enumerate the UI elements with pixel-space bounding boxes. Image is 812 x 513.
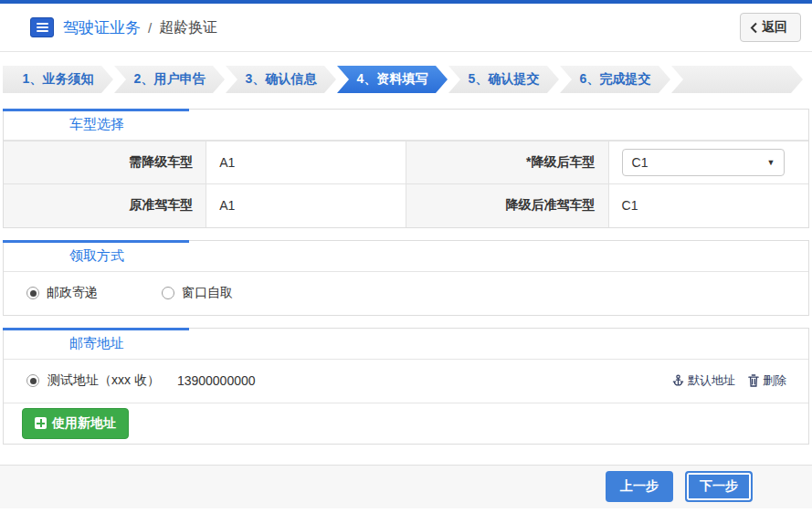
table-row: 需降级车型 A1 *降级后车型 C1 ▼ [4,141,808,184]
downgraded-permit-value: C1 [608,184,808,227]
vehicle-type-section-header: 车型选择 [4,110,808,141]
downgrade-target-select[interactable]: C1 ▼ [622,149,785,176]
breadcrumb-separator: / [148,20,152,36]
table-row: 原准驾车型 A1 降级后准驾车型 C1 [4,184,808,227]
previous-step-button[interactable]: 上一步 [606,471,673,502]
step-3-confirm-info[interactable]: 3、确认信息 [226,66,336,93]
radio-postal-delivery[interactable] [26,287,39,299]
select-selected-value: C1 [632,155,767,170]
downgrade-source-label: 需降级车型 [4,141,206,184]
delete-address-link[interactable]: 删除 [748,372,786,389]
page: 驾驶证业务 / 超龄换证 返回 1、业务须知 2、用户申告 3、确认信息 4、资… [0,0,812,513]
pickup-method-section-header: 领取方式 [4,241,808,272]
chevron-left-icon [750,22,758,34]
radio-window-pickup-label[interactable]: 窗口自取 [182,285,233,301]
footer-action-bar: 上一步 下一步 [0,465,812,508]
plus-icon [35,417,47,429]
chevron-down-icon: ▼ [767,158,775,167]
vehicle-type-table: 需降级车型 A1 *降级后车型 C1 ▼ 原准驾车型 A1 降级后准驾车型 C1 [4,141,808,227]
next-step-button[interactable]: 下一步 [685,471,753,502]
step-4-fill-materials[interactable]: 4、资料填写 [337,66,448,93]
step-2-user-declaration[interactable]: 2、用户申告 [114,66,225,93]
vehicle-type-section: 车型选择 需降级车型 A1 *降级后车型 C1 ▼ 原准驾车型 A1 降级后准驾… [3,109,809,228]
downgrade-source-value: A1 [206,141,406,184]
breadcrumb-page-title: 超龄换证 [159,18,217,37]
pickup-method-section: 领取方式 邮政寄递 窗口自取 [3,240,809,316]
breadcrumb-business: 驾驶证业务 [63,17,141,38]
vehicle-type-section-title: 车型选择 [4,116,190,133]
use-new-address-button[interactable]: 使用新地址 [22,408,129,439]
pickup-method-options: 邮政寄递 窗口自取 [4,272,808,315]
new-address-row: 使用新地址 [4,403,808,444]
radio-address-selected[interactable] [26,374,39,387]
pickup-method-section-title: 领取方式 [4,247,190,265]
address-list-item: 测试地址（xxx 收） 13900000000 默认地址 删除 [4,360,808,403]
address-phone: 13900000000 [177,373,256,388]
step-5-confirm-submit[interactable]: 5、确认提交 [448,66,559,93]
mailing-address-section-title: 邮寄地址 [4,335,190,352]
original-permit-value: A1 [206,184,406,227]
back-button[interactable]: 返回 [740,13,801,42]
mailing-address-section: 邮寄地址 测试地址（xxx 收） 13900000000 默认地址 [3,328,809,445]
trash-icon [748,374,759,387]
anchor-icon [672,374,684,387]
step-navigation: 1、业务须知 2、用户申告 3、确认信息 4、资料填写 5、确认提交 6、完成提… [3,66,812,93]
delete-address-label: 删除 [763,372,786,389]
radio-window-pickup[interactable] [162,287,174,299]
downgrade-target-label: *降级后车型 [406,141,608,184]
header: 驾驶证业务 / 超龄换证 返回 [0,4,812,52]
use-new-address-label: 使用新地址 [52,415,116,432]
default-address-link[interactable]: 默认地址 [672,372,735,389]
radio-postal-delivery-label[interactable]: 邮政寄递 [47,285,98,301]
step-1-business-notice[interactable]: 1、业务须知 [3,66,113,93]
address-text: 测试地址（xxx 收） [47,372,160,389]
step-filler-segment [671,66,803,93]
original-permit-label: 原准驾车型 [4,184,206,227]
license-form-icon [30,17,54,37]
back-button-label: 返回 [762,19,787,36]
step-6-complete-submit[interactable]: 6、完成提交 [560,66,670,93]
default-address-label: 默认地址 [688,372,735,389]
downgraded-permit-label: 降级后准驾车型 [406,184,608,227]
mailing-address-section-header: 邮寄地址 [4,329,808,360]
